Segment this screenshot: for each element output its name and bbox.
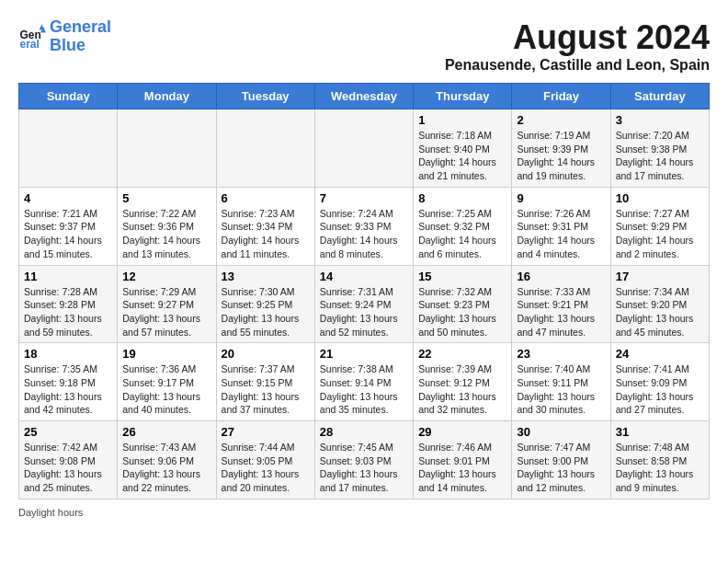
calendar-cell: 8Sunrise: 7:25 AM Sunset: 9:32 PM Daylig…: [414, 187, 512, 265]
week-row-1: 1Sunrise: 7:18 AM Sunset: 9:40 PM Daylig…: [19, 109, 710, 188]
day-number: 25: [24, 425, 112, 439]
day-info: Sunrise: 7:24 AM Sunset: 9:33 PM Dayligh…: [320, 207, 408, 261]
day-number: 21: [320, 347, 408, 361]
calendar-header: SundayMondayTuesdayWednesdayThursdayFrid…: [19, 84, 710, 109]
day-info: Sunrise: 7:32 AM Sunset: 9:23 PM Dayligh…: [418, 285, 506, 339]
calendar-cell: 16Sunrise: 7:33 AM Sunset: 9:21 PM Dayli…: [512, 265, 610, 343]
week-row-5: 25Sunrise: 7:42 AM Sunset: 9:08 PM Dayli…: [19, 421, 710, 500]
logo-text: General Blue: [50, 18, 111, 55]
calendar-cell: 26Sunrise: 7:43 AM Sunset: 9:06 PM Dayli…: [118, 421, 216, 500]
logo-blue: Blue: [50, 36, 85, 54]
header-day-friday: Friday: [512, 84, 610, 109]
calendar-cell: 7Sunrise: 7:24 AM Sunset: 9:33 PM Daylig…: [314, 187, 413, 265]
header-day-saturday: Saturday: [610, 84, 709, 109]
calendar-cell: 12Sunrise: 7:29 AM Sunset: 9:27 PM Dayli…: [118, 265, 216, 343]
header-day-thursday: Thursday: [414, 84, 512, 109]
header-day-sunday: Sunday: [19, 84, 118, 109]
calendar-cell: 22Sunrise: 7:39 AM Sunset: 9:12 PM Dayli…: [414, 343, 512, 421]
day-info: Sunrise: 7:42 AM Sunset: 9:08 PM Dayligh…: [24, 441, 112, 495]
calendar-cell: [19, 109, 118, 188]
day-number: 10: [616, 191, 704, 205]
day-number: 18: [24, 347, 112, 361]
day-info: Sunrise: 7:25 AM Sunset: 9:32 PM Dayligh…: [418, 207, 506, 261]
day-info: Sunrise: 7:29 AM Sunset: 9:27 PM Dayligh…: [122, 285, 210, 339]
day-info: Sunrise: 7:48 AM Sunset: 8:58 PM Dayligh…: [616, 441, 704, 495]
day-info: Sunrise: 7:33 AM Sunset: 9:21 PM Dayligh…: [517, 285, 605, 339]
day-info: Sunrise: 7:43 AM Sunset: 9:06 PM Dayligh…: [122, 441, 210, 495]
day-info: Sunrise: 7:39 AM Sunset: 9:12 PM Dayligh…: [418, 362, 506, 417]
day-number: 27: [222, 425, 310, 439]
day-number: 16: [517, 270, 605, 283]
day-info: Sunrise: 7:46 AM Sunset: 9:01 PM Dayligh…: [418, 441, 506, 495]
calendar-cell: 29Sunrise: 7:46 AM Sunset: 9:01 PM Dayli…: [414, 421, 512, 500]
day-info: Sunrise: 7:19 AM Sunset: 9:39 PM Dayligh…: [517, 129, 605, 183]
calendar-cell: [216, 109, 314, 188]
calendar-cell: 11Sunrise: 7:28 AM Sunset: 9:28 PM Dayli…: [19, 265, 118, 343]
day-number: 2: [517, 113, 605, 127]
day-info: Sunrise: 7:30 AM Sunset: 9:25 PM Dayligh…: [222, 285, 310, 339]
day-number: 3: [616, 113, 704, 127]
calendar-body: 1Sunrise: 7:18 AM Sunset: 9:40 PM Daylig…: [19, 109, 710, 500]
day-info: Sunrise: 7:26 AM Sunset: 9:31 PM Dayligh…: [517, 207, 605, 261]
calendar-cell: 30Sunrise: 7:47 AM Sunset: 9:00 PM Dayli…: [512, 421, 610, 500]
day-number: 22: [418, 347, 506, 361]
calendar-cell: 3Sunrise: 7:20 AM Sunset: 9:38 PM Daylig…: [610, 109, 709, 188]
calendar-cell: 2Sunrise: 7:19 AM Sunset: 9:39 PM Daylig…: [512, 109, 610, 188]
calendar-cell: 4Sunrise: 7:21 AM Sunset: 9:37 PM Daylig…: [19, 187, 118, 265]
calendar-cell: 13Sunrise: 7:30 AM Sunset: 9:25 PM Dayli…: [216, 265, 314, 343]
calendar-cell: [118, 109, 216, 188]
day-number: 26: [122, 425, 210, 439]
day-info: Sunrise: 7:45 AM Sunset: 9:03 PM Dayligh…: [320, 441, 408, 495]
day-info: Sunrise: 7:38 AM Sunset: 9:14 PM Dayligh…: [320, 362, 408, 417]
day-number: 1: [418, 113, 506, 127]
header-day-tuesday: Tuesday: [216, 84, 314, 109]
day-info: Sunrise: 7:31 AM Sunset: 9:24 PM Dayligh…: [320, 285, 408, 339]
day-number: 23: [517, 347, 605, 361]
calendar-cell: [314, 109, 413, 188]
day-number: 19: [122, 347, 210, 361]
calendar-cell: 5Sunrise: 7:22 AM Sunset: 9:36 PM Daylig…: [118, 187, 216, 265]
logo: Gen eral General Blue: [18, 18, 111, 55]
header-day-wednesday: Wednesday: [314, 84, 413, 109]
day-info: Sunrise: 7:28 AM Sunset: 9:28 PM Dayligh…: [24, 285, 112, 339]
calendar-cell: 15Sunrise: 7:32 AM Sunset: 9:23 PM Dayli…: [414, 265, 512, 343]
calendar-cell: 21Sunrise: 7:38 AM Sunset: 9:14 PM Dayli…: [314, 343, 413, 421]
day-number: 17: [616, 270, 704, 283]
day-number: 4: [24, 191, 112, 205]
calendar-cell: 9Sunrise: 7:26 AM Sunset: 9:31 PM Daylig…: [512, 187, 610, 265]
day-info: Sunrise: 7:18 AM Sunset: 9:40 PM Dayligh…: [418, 129, 506, 183]
day-number: 29: [418, 425, 506, 439]
calendar-cell: 6Sunrise: 7:23 AM Sunset: 9:34 PM Daylig…: [216, 187, 314, 265]
calendar-cell: 14Sunrise: 7:31 AM Sunset: 9:24 PM Dayli…: [314, 265, 413, 343]
calendar-cell: 1Sunrise: 7:18 AM Sunset: 9:40 PM Daylig…: [414, 109, 512, 188]
day-info: Sunrise: 7:23 AM Sunset: 9:34 PM Dayligh…: [222, 207, 310, 261]
day-number: 31: [616, 425, 704, 439]
day-info: Sunrise: 7:40 AM Sunset: 9:11 PM Dayligh…: [517, 362, 605, 417]
calendar-cell: 25Sunrise: 7:42 AM Sunset: 9:08 PM Dayli…: [19, 421, 118, 500]
day-info: Sunrise: 7:21 AM Sunset: 9:37 PM Dayligh…: [24, 207, 112, 261]
footer: Daylight hours: [18, 507, 710, 518]
calendar-cell: 17Sunrise: 7:34 AM Sunset: 9:20 PM Dayli…: [610, 265, 709, 343]
subtitle: Penausende, Castille and Leon, Spain: [445, 57, 710, 74]
calendar-cell: 20Sunrise: 7:37 AM Sunset: 9:15 PM Dayli…: [216, 343, 314, 421]
day-number: 13: [222, 270, 310, 283]
logo-general: General: [50, 17, 111, 36]
day-info: Sunrise: 7:44 AM Sunset: 9:05 PM Dayligh…: [222, 441, 310, 495]
day-info: Sunrise: 7:41 AM Sunset: 9:09 PM Dayligh…: [616, 362, 704, 417]
week-row-4: 18Sunrise: 7:35 AM Sunset: 9:18 PM Dayli…: [19, 343, 710, 421]
calendar-cell: 23Sunrise: 7:40 AM Sunset: 9:11 PM Dayli…: [512, 343, 610, 421]
svg-text:eral: eral: [20, 38, 40, 51]
day-info: Sunrise: 7:47 AM Sunset: 9:00 PM Dayligh…: [517, 441, 605, 495]
calendar-cell: 18Sunrise: 7:35 AM Sunset: 9:18 PM Dayli…: [19, 343, 118, 421]
day-number: 30: [517, 425, 605, 439]
calendar-table: SundayMondayTuesdayWednesdayThursdayFrid…: [18, 83, 710, 500]
week-row-3: 11Sunrise: 7:28 AM Sunset: 9:28 PM Dayli…: [19, 265, 710, 343]
day-number: 9: [517, 191, 605, 205]
logo-icon: Gen eral: [18, 23, 46, 51]
day-info: Sunrise: 7:37 AM Sunset: 9:15 PM Dayligh…: [222, 362, 310, 417]
day-info: Sunrise: 7:20 AM Sunset: 9:38 PM Dayligh…: [616, 129, 704, 183]
header-day-monday: Monday: [118, 84, 216, 109]
day-number: 15: [418, 270, 506, 283]
day-info: Sunrise: 7:34 AM Sunset: 9:20 PM Dayligh…: [616, 285, 704, 339]
day-info: Sunrise: 7:36 AM Sunset: 9:17 PM Dayligh…: [122, 362, 210, 417]
